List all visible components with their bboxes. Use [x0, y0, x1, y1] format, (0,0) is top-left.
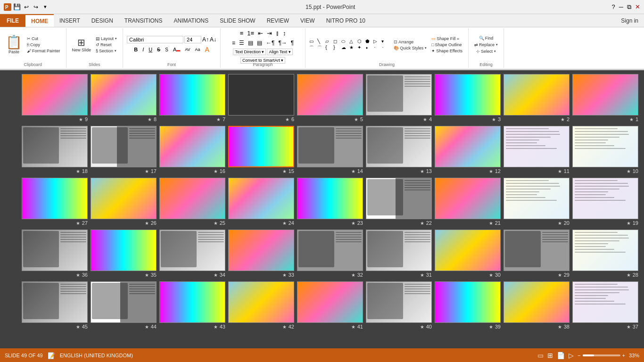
shape-outline-button[interactable]: □ Shape Outline — [429, 42, 464, 48]
slide-thumbnail[interactable] — [228, 74, 294, 115]
zoom-level[interactable]: 33% — [629, 353, 639, 358]
tab-animations[interactable]: ANIMATIONS — [168, 14, 214, 27]
slide-item[interactable]: ★27 — [22, 178, 88, 226]
sign-in-button[interactable]: Sign in — [615, 17, 644, 24]
shape-18[interactable]: ⬧ — [365, 45, 373, 51]
slide-thumbnail[interactable] — [572, 178, 638, 219]
slide-thumbnail[interactable] — [91, 281, 157, 323]
slide-thumbnail[interactable] — [297, 126, 363, 167]
slide-thumbnail[interactable] — [91, 126, 157, 167]
shape-3[interactable]: ▱ — [325, 39, 333, 44]
select-button[interactable]: ⊹ Select ▾ — [474, 49, 498, 54]
layout-button[interactable]: ▤ Layout ▾ — [94, 36, 119, 41]
slide-item[interactable]: ★37 — [572, 281, 638, 329]
slide-thumbnail[interactable] — [159, 126, 225, 167]
slide-thumbnail[interactable] — [572, 281, 638, 323]
slide-thumbnail[interactable] — [159, 178, 225, 219]
slide-item[interactable]: ★5 — [297, 74, 363, 122]
font-size-up-icon[interactable]: A↑ — [202, 36, 209, 43]
shape-17[interactable]: ✦ — [357, 45, 365, 51]
slide-thumbnail[interactable] — [366, 126, 432, 167]
reset-button[interactable]: ↺ Reset — [94, 42, 119, 48]
slide-item[interactable]: ★2 — [504, 74, 570, 122]
slide-thumbnail[interactable] — [228, 178, 294, 219]
zoom-out-icon[interactable]: − — [578, 353, 580, 358]
justify-button[interactable]: ▤ — [256, 39, 264, 47]
tab-design[interactable]: DESIGN — [86, 14, 119, 27]
slideshow-icon[interactable]: ▷ — [569, 352, 574, 359]
slide-item[interactable]: ★7 — [159, 74, 225, 122]
slide-thumbnail[interactable] — [91, 178, 157, 219]
normal-view-icon[interactable]: ▭ — [537, 352, 544, 359]
shape-8[interactable]: ⬟ — [365, 39, 373, 44]
shape-5[interactable]: ⬭ — [341, 39, 349, 44]
restore-button[interactable]: ⧉ — [627, 3, 631, 11]
slide-thumbnail[interactable] — [435, 230, 501, 271]
tab-file[interactable]: FILE — [0, 14, 25, 27]
slide-thumbnail[interactable] — [366, 178, 432, 219]
slide-item[interactable]: ★22 — [366, 178, 432, 226]
close-button[interactable]: ✕ — [635, 3, 640, 10]
align-right-button[interactable]: ▤ — [247, 39, 255, 47]
zoom-slider[interactable]: − + — [578, 353, 625, 358]
font-size-down-icon[interactable]: A↓ — [210, 36, 216, 43]
ltr-button[interactable]: ¶→ — [277, 39, 288, 47]
slide-item[interactable]: ★17 — [91, 126, 157, 174]
slide-item[interactable]: ★26 — [91, 178, 157, 226]
font-size-dropdown[interactable]: 24 — [184, 36, 201, 43]
shape-2[interactable]: ╲ — [317, 39, 325, 44]
rtl-button[interactable]: ←¶ — [264, 39, 276, 47]
arrange-button[interactable]: ⊡ Arrange — [392, 39, 429, 45]
save-icon[interactable]: 💾 — [13, 3, 21, 11]
slide-thumbnail[interactable] — [22, 126, 88, 167]
status-notes-icon[interactable]: 📝 — [48, 352, 55, 359]
quick-styles-button[interactable]: 🎨 Quick Styles ▾ — [392, 45, 429, 51]
slide-item[interactable]: ★20 — [504, 178, 570, 226]
slide-item[interactable]: ★40 — [366, 281, 432, 329]
shape-15[interactable]: ☁ — [341, 45, 349, 51]
slide-item[interactable]: ★36 — [22, 230, 88, 278]
slide-item[interactable]: ★9 — [22, 74, 88, 122]
slide-item[interactable]: ★21 — [435, 178, 501, 226]
shape-expand[interactable]: ▾ — [381, 39, 389, 44]
slide-item[interactable]: ★12 — [435, 126, 501, 174]
slide-thumbnail[interactable] — [91, 230, 157, 271]
slide-item[interactable]: ★16 — [159, 126, 225, 174]
shape-16[interactable]: ★ — [349, 45, 357, 51]
slide-item[interactable]: ★15 — [228, 126, 294, 174]
slide-thumbnail[interactable] — [22, 74, 88, 115]
slide-item[interactable]: ★45 — [22, 281, 88, 329]
slide-item[interactable]: ★31 — [366, 230, 432, 278]
slide-item[interactable]: ★11 — [504, 126, 570, 174]
new-slide-button[interactable]: ⊞ New Slide — [70, 36, 93, 54]
paste-button[interactable]: 📋 Paste — [4, 34, 24, 56]
undo-icon[interactable]: ↩ — [23, 3, 30, 11]
slide-item[interactable]: ★43 — [159, 281, 225, 329]
strikethrough-button[interactable]: S̶ — [155, 46, 162, 53]
tab-view[interactable]: VIEW — [295, 14, 321, 27]
slide-item[interactable]: ★41 — [297, 281, 363, 329]
slide-thumbnail[interactable] — [297, 74, 363, 115]
find-button[interactable]: 🔍 Find — [477, 35, 495, 41]
customize-icon[interactable]: ▾ — [41, 3, 49, 11]
slide-item[interactable]: ★1 — [572, 74, 638, 122]
slide-item[interactable]: ★23 — [297, 178, 363, 226]
slide-thumbnail[interactable] — [159, 230, 225, 271]
columns-button[interactable]: ⫿ — [274, 29, 281, 37]
slide-thumbnail[interactable] — [366, 230, 432, 271]
slide-item[interactable]: ★28 — [572, 230, 638, 278]
slide-thumbnail[interactable] — [504, 178, 570, 219]
bold-button[interactable]: B — [132, 46, 140, 53]
slide-sorter-icon[interactable]: ⊞ — [547, 352, 553, 359]
tab-transitions[interactable]: TRANSITIONS — [119, 14, 168, 27]
slide-item[interactable]: ★29 — [504, 230, 570, 278]
shape-4[interactable]: ◻ — [333, 39, 341, 44]
slide-thumbnail[interactable] — [297, 281, 363, 323]
text-case-button[interactable]: Aa — [193, 47, 202, 52]
char-spacing-button[interactable]: AV — [183, 47, 192, 52]
shape-20[interactable]: ⬞ — [381, 45, 389, 51]
tab-nitro[interactable]: NITRO PRO 10 — [321, 14, 371, 27]
zoom-in-icon[interactable]: + — [622, 353, 625, 358]
slide-thumbnail[interactable] — [435, 178, 501, 219]
tab-insert[interactable]: INSERT — [54, 14, 86, 27]
